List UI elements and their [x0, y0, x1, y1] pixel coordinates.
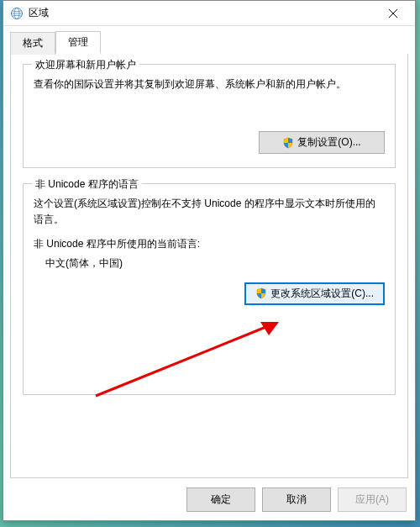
tab-format[interactable]: 格式 [10, 32, 55, 55]
group-nonunicode-title: 非 Unicode 程序的语言 [32, 177, 142, 192]
globe-icon [10, 7, 24, 20]
shield-icon [255, 287, 267, 299]
shield-icon [282, 137, 294, 149]
current-language-value: 中文(简体，中国) [34, 256, 385, 271]
current-language-label: 非 Unicode 程序中所使用的当前语言: [34, 237, 385, 251]
group-welcome-title: 欢迎屏幕和新用户帐户 [32, 58, 139, 72]
ok-button[interactable]: 确定 [186, 487, 255, 512]
change-locale-button[interactable]: 更改系统区域设置(C)... [244, 282, 385, 305]
cancel-button[interactable]: 取消 [262, 487, 331, 512]
copy-settings-label: 复制设置(O)... [297, 135, 360, 150]
apply-button[interactable]: 应用(A) [338, 487, 407, 512]
tabs: 格式 管理 [3, 26, 415, 54]
tab-admin[interactable]: 管理 [55, 31, 101, 54]
group-welcome-text: 查看你的国际设置并将其复制到欢迎屏幕、系统帐户和新的用户帐户。 [34, 76, 385, 92]
titlebar: 区域 [3, 1, 415, 26]
copy-settings-button[interactable]: 复制设置(O)... [259, 131, 385, 154]
region-dialog: 区域 格式 管理 欢迎屏幕和新用户帐户 查看你的国际设置并将其复制到欢迎屏幕、系… [3, 0, 416, 521]
tab-content: 欢迎屏幕和新用户帐户 查看你的国际设置并将其复制到欢迎屏幕、系统帐户和新的用户帐… [10, 53, 408, 478]
close-button[interactable] [376, 2, 410, 25]
window-title: 区域 [29, 6, 376, 20]
group-welcome: 欢迎屏幕和新用户帐户 查看你的国际设置并将其复制到欢迎屏幕、系统帐户和新的用户帐… [23, 64, 396, 168]
dialog-footer: 确定 取消 应用(A) [12, 487, 407, 512]
group-nonunicode-text: 这个设置(系统区域设置)控制在不支持 Unicode 的程序中显示文本时所使用的… [34, 196, 385, 228]
change-locale-label: 更改系统区域设置(C)... [270, 287, 374, 301]
group-nonunicode: 非 Unicode 程序的语言 这个设置(系统区域设置)控制在不支持 Unico… [23, 183, 396, 395]
